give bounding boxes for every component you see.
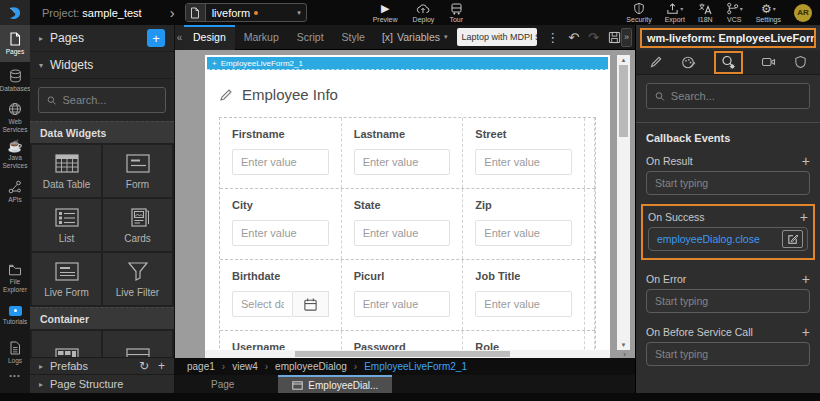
tab-markup[interactable]: Markup <box>235 25 288 50</box>
scrollbar-thumb[interactable] <box>295 351 510 357</box>
tab-script[interactable]: Script <box>288 25 333 50</box>
add-event-icon[interactable]: + <box>802 325 810 339</box>
breadcrumb-employeedialog[interactable]: employeeDialog <box>275 361 347 372</box>
widgets-search-input[interactable] <box>62 94 157 106</box>
breadcrumb-view4[interactable]: view4 <box>232 361 258 372</box>
widget-tile-live-form[interactable]: Live Form <box>32 253 101 305</box>
security-button[interactable]: Security <box>626 2 651 23</box>
rail-item-java-services[interactable]: ☕ Java Services <box>0 136 30 173</box>
kebab-menu-icon[interactable]: ⋮ <box>546 31 559 44</box>
field-input[interactable] <box>475 220 572 246</box>
tab-style[interactable]: Style <box>333 25 374 50</box>
device-selector[interactable]: Laptop with MDPI Screen ▾ <box>457 28 538 46</box>
settings-button[interactable]: ⚙ ▾ Settings <box>756 2 781 23</box>
page-selector-dropdown[interactable]: liveform ▾ <box>185 3 307 22</box>
widget-tile-panel[interactable] <box>103 331 172 357</box>
export-button[interactable]: ▾ Export <box>665 2 685 23</box>
i18n-button[interactable]: I18N <box>698 2 713 23</box>
field-input[interactable] <box>354 220 451 246</box>
widget-tile-live-filter[interactable]: Live Filter <box>103 253 172 305</box>
grid-gutter <box>585 189 595 259</box>
field-label: Birthdate <box>232 270 329 282</box>
rail-item-pages[interactable]: Pages <box>0 25 30 62</box>
scroll-right-icon[interactable]: › <box>623 350 626 358</box>
data-widgets-header[interactable]: Data Widgets <box>30 121 174 143</box>
date-picker-button[interactable] <box>293 291 329 317</box>
scrollbar-thumb[interactable] <box>619 65 628 137</box>
breadcrumb-page1[interactable]: page1 <box>187 361 215 372</box>
event-handler-link[interactable]: employeeDialog.close <box>657 233 760 245</box>
save-icon[interactable] <box>608 31 621 44</box>
field-input[interactable] <box>475 291 572 317</box>
properties-search[interactable] <box>646 83 810 109</box>
add-prefab-icon[interactable]: + <box>158 360 165 372</box>
prefabs-section-header[interactable]: ▸ Prefabs ↻ + <box>30 357 174 374</box>
rail-overflow-button[interactable]: ••• <box>0 371 30 393</box>
add-event-icon[interactable]: + <box>802 154 810 168</box>
search-icon <box>655 91 665 102</box>
properties-search-input[interactable] <box>671 90 801 102</box>
widgets-search[interactable] <box>38 87 166 113</box>
callback-events-section: Callback Events On Result + On Success +… <box>636 122 820 373</box>
tab-employee-dialog[interactable]: EmployeeDial... <box>278 375 392 393</box>
selected-widget-bar[interactable]: + EmployeeLiveForm2_1 <box>207 57 608 70</box>
redo-icon[interactable]: ↷ <box>588 31 599 44</box>
field-input[interactable] <box>232 149 329 175</box>
edit-event-button[interactable] <box>782 230 803 248</box>
scroll-down-icon[interactable]: ▼ <box>621 340 627 350</box>
event-value-box[interactable]: employeeDialog.close <box>648 227 808 251</box>
rail-item-file-explorer[interactable]: File Explorer <box>0 260 30 297</box>
expand-right-panel-button[interactable]: » <box>621 28 632 47</box>
undo-icon[interactable]: ↶ <box>568 31 579 44</box>
field-input[interactable] <box>475 149 572 175</box>
variables-button[interactable]: [x] Variables ▾ <box>382 31 448 43</box>
widget-tile-cards[interactable]: Cards <box>103 199 172 251</box>
vcs-button[interactable]: ▾ VCS <box>726 2 743 23</box>
date-input[interactable] <box>232 291 293 317</box>
add-page-button[interactable]: + <box>147 29 165 47</box>
field-input[interactable] <box>354 291 451 317</box>
add-event-icon[interactable]: + <box>800 210 808 224</box>
user-avatar[interactable]: AR <box>794 4 812 22</box>
tab-events[interactable] <box>714 51 743 74</box>
tour-button[interactable]: Tour <box>449 2 463 23</box>
canvas-horizontal-scrollbar[interactable] <box>205 350 610 358</box>
event-input[interactable] <box>646 171 810 195</box>
tab-devices[interactable] <box>761 56 776 68</box>
widget-tile-layout-grid[interactable] <box>32 331 101 357</box>
rail-item-databases[interactable]: Databases <box>0 62 30 99</box>
add-event-icon[interactable]: + <box>802 272 810 286</box>
event-input[interactable] <box>646 289 810 313</box>
widget-tile-list[interactable]: List <box>32 199 101 251</box>
tab-properties[interactable] <box>649 55 663 69</box>
breadcrumb-employeeliveform[interactable]: EmployeeLiveForm2_1 <box>364 361 467 372</box>
refresh-icon[interactable]: ↻ <box>139 360 149 372</box>
rail-item-logs[interactable]: Logs <box>0 334 30 371</box>
rail-item-apis[interactable]: APIs <box>0 173 30 210</box>
page-structure-section-header[interactable]: ▸ Page Structure <box>30 374 174 393</box>
preview-button[interactable]: ▶ Preview <box>373 2 398 23</box>
globe-icon <box>8 102 22 116</box>
rail-item-web-services[interactable]: Web Services <box>0 99 30 136</box>
form-title-row[interactable]: Employee Info <box>219 86 596 103</box>
canvas-vertical-scrollbar[interactable]: ▲ ▼ <box>617 55 630 350</box>
pages-section-header[interactable]: ▸ Pages + <box>30 25 174 52</box>
widget-tile-form[interactable]: Form <box>103 145 172 197</box>
rail-item-tutorials[interactable]: Tutorials <box>0 297 30 334</box>
widgets-section-header[interactable]: ▾ Widgets <box>30 52 174 79</box>
tab-styles[interactable] <box>681 55 696 69</box>
container-widgets-header[interactable]: Container <box>30 307 174 329</box>
widget-tile-data-table[interactable]: Data Table <box>32 145 101 197</box>
chevron-down-icon: ▾ <box>773 6 776 12</box>
event-input[interactable] <box>646 342 810 366</box>
deploy-button[interactable]: Deploy <box>413 2 435 23</box>
field-input[interactable] <box>354 149 451 175</box>
tab-design[interactable]: Design <box>184 25 235 50</box>
scroll-up-icon[interactable]: ▲ <box>621 55 627 65</box>
collapse-left-panel-button[interactable]: « <box>175 25 184 50</box>
tab-security[interactable] <box>794 55 807 69</box>
tab-page[interactable]: Page <box>197 375 248 393</box>
app-logo[interactable] <box>0 0 30 25</box>
form-row: City State Zip <box>220 189 595 260</box>
field-input[interactable] <box>232 220 329 246</box>
